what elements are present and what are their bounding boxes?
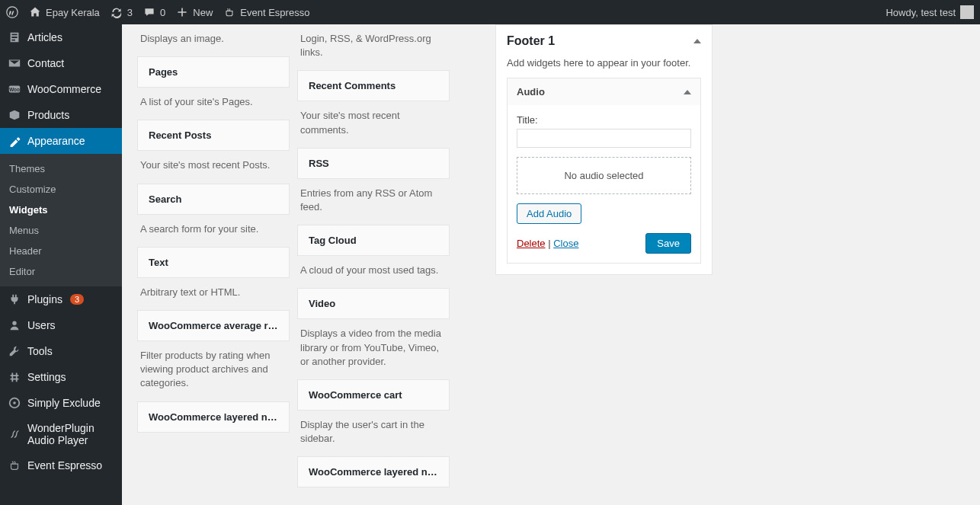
site-name: Epay Kerala xyxy=(46,7,100,18)
menu-label: Tools xyxy=(27,345,53,357)
title-input[interactable] xyxy=(517,129,691,148)
wp-logo[interactable] xyxy=(6,6,18,18)
add-audio-button[interactable]: Add Audio xyxy=(517,203,581,224)
svg-text:Woo: Woo xyxy=(9,87,20,92)
submenu-editor[interactable]: Editor xyxy=(0,261,122,282)
widget-recent-comments[interactable]: Recent Comments xyxy=(297,70,450,101)
widget-pages[interactable]: Pages xyxy=(137,56,290,88)
widget-desc: Filter products by rating when viewing p… xyxy=(137,341,290,401)
submenu-appearance: Themes Customize Widgets Menus Header Ed… xyxy=(0,154,122,286)
menu-simply-exclude[interactable]: Simply Exclude xyxy=(0,390,122,416)
submenu-widgets[interactable]: Widgets xyxy=(0,200,122,220)
widget-column-right: Login, RSS, & WordPress.org links. Recen… xyxy=(297,24,450,487)
howdy-text: Howdy, test test xyxy=(886,7,956,18)
menu-plugins[interactable]: Plugins3 xyxy=(0,286,122,312)
submenu-menus[interactable]: Menus xyxy=(0,220,122,241)
menu-event-espresso[interactable]: Event Espresso xyxy=(0,452,122,478)
widget-rss[interactable]: RSS xyxy=(297,148,450,179)
widget-desc: Displays an image. xyxy=(137,24,290,56)
avatar xyxy=(960,5,974,19)
widget-desc: Entries from any RSS or Atom feed. xyxy=(297,179,450,225)
widget-text[interactable]: Text xyxy=(137,247,290,278)
widget-tag-cloud[interactable]: Tag Cloud xyxy=(297,225,450,256)
save-button[interactable]: Save xyxy=(645,233,691,254)
widget-column-left: Displays an image. Pages A list of your … xyxy=(137,24,290,487)
plugins-badge: 3 xyxy=(70,294,84,305)
widget-desc: Your site's most recent comments. xyxy=(297,101,450,147)
audio-widget-instance: Audio Title: No audio selected Add Audio… xyxy=(507,78,701,264)
menu-label: Articles xyxy=(27,31,62,43)
widget-desc: Arbitrary text or HTML. xyxy=(137,278,290,310)
menu-products[interactable]: Products xyxy=(0,102,122,128)
footer-1-header[interactable]: Footer 1 xyxy=(496,25,712,57)
widget-woo-layered-nav[interactable]: WooCommerce layered nav xyxy=(137,401,290,433)
footer-area-title: Footer 1 xyxy=(507,34,555,48)
menu-label: WonderPlugin Audio Player xyxy=(27,422,114,446)
widget-woo-rating[interactable]: WooCommerce average r… xyxy=(137,310,290,341)
widget-woo-cart[interactable]: WooCommerce cart xyxy=(297,379,450,411)
menu-label: Products xyxy=(27,109,69,121)
updates-link[interactable]: 3 xyxy=(110,6,133,18)
menu-label: Appearance xyxy=(27,135,85,147)
new-label: New xyxy=(193,7,213,18)
updates-count: 3 xyxy=(127,7,133,18)
menu-label: Simply Exclude xyxy=(27,397,101,409)
menu-label: Users xyxy=(27,319,56,331)
delete-link[interactable]: Delete xyxy=(517,238,546,249)
event-espresso-link[interactable]: Event Espresso xyxy=(223,6,309,18)
audio-widget-header[interactable]: Audio xyxy=(508,78,700,105)
submenu-customize[interactable]: Customize xyxy=(0,179,122,200)
extra-item-label: Event Espresso xyxy=(240,7,309,18)
widget-instance-name: Audio xyxy=(517,86,545,97)
menu-label: WooCommerce xyxy=(27,83,101,95)
menu-label: Event Espresso xyxy=(27,459,102,471)
widget-desc: A list of your site's Pages. xyxy=(137,88,290,120)
widget-desc: A cloud of your most used tags. xyxy=(297,256,450,288)
available-widgets: Displays an image. Pages A list of your … xyxy=(137,24,450,487)
svg-point-0 xyxy=(7,7,18,18)
footer-area-desc: Add widgets here to appear in your foote… xyxy=(496,57,712,78)
svg-point-5 xyxy=(13,401,16,404)
caret-up-icon xyxy=(684,90,691,94)
widget-desc: Displays a video from the media library … xyxy=(297,319,450,379)
widget-recent-posts[interactable]: Recent Posts xyxy=(137,120,290,151)
submenu-themes[interactable]: Themes xyxy=(0,158,122,179)
menu-woocommerce[interactable]: WooWooCommerce xyxy=(0,76,122,102)
widget-desc: Display the user's cart in the sidebar. xyxy=(297,411,450,456)
menu-contact[interactable]: Contact xyxy=(0,50,122,76)
menu-label: Contact xyxy=(27,57,64,69)
widget-video[interactable]: Video xyxy=(297,288,450,319)
new-content-link[interactable]: New xyxy=(176,6,213,18)
menu-wonderplugin[interactable]: WonderPlugin Audio Player xyxy=(0,416,122,452)
site-name-link[interactable]: Epay Kerala xyxy=(29,6,100,18)
footer-1-area: Footer 1 Add widgets here to appear in y… xyxy=(495,24,713,275)
menu-settings[interactable]: Settings xyxy=(0,364,122,390)
comments-count: 0 xyxy=(160,7,165,18)
account-link[interactable]: Howdy, test test xyxy=(886,5,974,19)
menu-appearance[interactable]: Appearance xyxy=(0,128,122,154)
no-audio-placeholder: No audio selected xyxy=(517,157,691,194)
comments-link[interactable]: 0 xyxy=(143,6,165,18)
menu-articles[interactable]: Articles xyxy=(0,24,122,50)
submenu-header[interactable]: Header xyxy=(0,241,122,261)
close-link[interactable]: Close xyxy=(553,238,578,249)
menu-users[interactable]: Users xyxy=(0,312,122,338)
title-label: Title: xyxy=(517,114,691,126)
menu-label: Plugins xyxy=(27,293,62,305)
widget-desc: Your site's most recent Posts. xyxy=(137,151,290,183)
svg-point-3 xyxy=(12,321,16,325)
widget-woo-layered-nav-2[interactable]: WooCommerce layered n… xyxy=(297,456,450,487)
menu-label: Settings xyxy=(27,371,66,383)
widget-desc: Login, RSS, & WordPress.org links. xyxy=(297,24,450,70)
menu-tools[interactable]: Tools xyxy=(0,338,122,364)
admin-toolbar: Epay Kerala 3 0 New Event Espresso Howdy… xyxy=(0,0,980,24)
caret-up-icon xyxy=(693,39,701,43)
widget-search[interactable]: Search xyxy=(137,184,290,215)
widget-desc: A search form for your site. xyxy=(137,215,290,247)
admin-sidebar: Articles Contact WooWooCommerce Products… xyxy=(0,24,122,505)
